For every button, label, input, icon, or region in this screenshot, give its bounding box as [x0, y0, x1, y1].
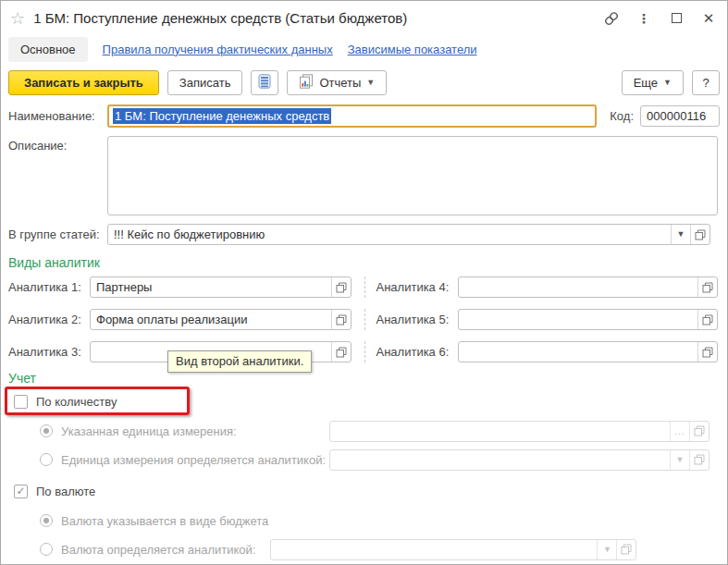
- unit-option-row: Указанная единица измерения: ...: [8, 420, 720, 442]
- choose-button[interactable]: ...: [670, 422, 689, 441]
- more-button[interactable]: Еще ▼: [622, 70, 684, 95]
- open-button[interactable]: [690, 225, 709, 244]
- code-input[interactable]: 000000116: [640, 105, 720, 127]
- link-icon[interactable]: [604, 11, 619, 26]
- window-title: 1 БМ: Поступление денежных средств (Стат…: [33, 10, 407, 26]
- analytics3-label: Аналитика 3:: [8, 345, 90, 359]
- analytics2-label: Аналитика 2:: [8, 313, 90, 326]
- open-button[interactable]: [697, 277, 717, 297]
- analytics2-input[interactable]: Форма оплаты реализации: [90, 309, 352, 330]
- by-quantity-row: По количеству: [8, 389, 720, 413]
- open-icon: [695, 229, 706, 240]
- favorite-star-icon[interactable]: ☆: [10, 10, 25, 27]
- tab-fact-rules[interactable]: Правила получения фактических данных: [103, 43, 333, 56]
- currency-by-analytics-row: Валюта определяется аналитикой: ▼: [8, 538, 720, 560]
- reports-button[interactable]: Отчеты ▼: [287, 70, 387, 95]
- dropdown-button[interactable]: ▼: [597, 540, 616, 559]
- open-button[interactable]: [331, 342, 351, 362]
- tab-dependent-indicators[interactable]: Зависимые показатели: [348, 43, 477, 56]
- open-icon: [702, 314, 713, 325]
- open-button[interactable]: [331, 310, 351, 329]
- unit-by-analytics-row: Единица измерения определяется аналитико…: [8, 448, 720, 471]
- currency-by-analytics-label: Валюта определяется аналитикой:: [61, 543, 255, 557]
- help-button[interactable]: ?: [692, 70, 720, 95]
- open-icon: [702, 347, 713, 358]
- open-button[interactable]: [616, 540, 635, 559]
- chevron-down-icon: ▼: [677, 230, 685, 239]
- open-button[interactable]: [697, 310, 717, 329]
- tab-bar: Основное Правила получения фактических д…: [1, 32, 727, 68]
- chevron-down-icon: ▼: [676, 456, 685, 464]
- save-and-close-button[interactable]: Записать и закрыть: [8, 70, 159, 95]
- maximize-icon[interactable]: [669, 11, 684, 26]
- currency-in-budget-row: Валюта указывается в виде бюджета: [8, 510, 720, 532]
- analytics4-input[interactable]: [458, 276, 719, 298]
- list-icon: [258, 74, 271, 92]
- unit-by-analytics-label: Единица измерения определяется аналитико…: [61, 453, 321, 467]
- form-area: Наименование: 1 БМ: Поступление денежных…: [1, 101, 727, 560]
- chevron-down-icon: ▼: [663, 79, 672, 87]
- currency-by-analytics-input[interactable]: ▼: [270, 539, 636, 560]
- app-window: ☆ 1 БМ: Поступление денежных средств (Ст…: [0, 0, 728, 565]
- analytics-section-header: Виды аналитик: [8, 255, 720, 270]
- by-currency-checkbox[interactable]: ✓: [14, 485, 28, 498]
- open-icon: [694, 454, 705, 465]
- group-label: В группе статей:: [8, 227, 107, 241]
- analytics6-input[interactable]: [458, 341, 719, 362]
- open-button[interactable]: [689, 422, 709, 441]
- by-quantity-label: По количеству: [36, 395, 117, 409]
- name-input[interactable]: 1 БМ: Поступление денежных средств: [107, 104, 597, 128]
- description-input[interactable]: [107, 136, 718, 215]
- analytics1-input[interactable]: Партнеры: [90, 276, 352, 298]
- name-label: Наименование:: [8, 109, 107, 123]
- open-button[interactable]: [697, 342, 717, 362]
- by-currency-label: По валюте: [36, 485, 95, 498]
- currency-by-analytics-radio[interactable]: [40, 543, 53, 556]
- specified-unit-radio[interactable]: [40, 424, 53, 437]
- analytics5-label: Аналитика 5:: [376, 313, 458, 326]
- accounting-section-header: Учет: [8, 371, 720, 386]
- selected-text: 1 БМ: Поступление денежных средств: [113, 108, 331, 124]
- chevron-down-icon: ▼: [366, 79, 375, 87]
- code-label: Код:: [610, 109, 634, 123]
- dropdown-button[interactable]: ▼: [671, 225, 690, 244]
- chevron-down-icon: ▼: [603, 546, 611, 554]
- open-icon: [621, 544, 632, 555]
- by-quantity-checkbox[interactable]: [14, 395, 28, 409]
- analytics1-label: Аналитика 1:: [8, 280, 90, 294]
- dropdown-button[interactable]: ▼: [670, 450, 689, 470]
- tooltip: Вид второй аналитики.: [167, 350, 312, 373]
- open-icon: [702, 282, 713, 293]
- open-button[interactable]: [689, 450, 709, 470]
- open-icon: [336, 282, 347, 293]
- toolbar: Записать и закрыть Записать Отчеты: [1, 68, 727, 101]
- analytics6-label: Аналитика 6:: [376, 345, 458, 359]
- unit-by-analytics-input[interactable]: ▼: [329, 449, 709, 471]
- analytics4-label: Аналитика 4:: [376, 280, 458, 294]
- currency-in-budget-radio[interactable]: [40, 514, 53, 527]
- menu-kebab-icon[interactable]: ⋮: [636, 11, 651, 26]
- analytics5-input[interactable]: [458, 309, 719, 330]
- open-button[interactable]: [331, 277, 351, 297]
- tab-main[interactable]: Основное: [8, 37, 88, 62]
- ellipsis-icon: ...: [674, 429, 685, 433]
- group-combobox[interactable]: !!! Кейс по бюджетировнию ▼: [107, 224, 710, 245]
- report-icon: [299, 74, 314, 92]
- specified-unit-label: Указанная единица измерения:: [61, 424, 321, 438]
- unit-by-analytics-radio[interactable]: [40, 453, 53, 466]
- currency-in-budget-label: Валюта указывается в виде бюджета: [61, 514, 268, 528]
- specified-unit-input[interactable]: ...: [329, 421, 709, 442]
- close-icon[interactable]: ✕: [701, 11, 716, 26]
- save-button[interactable]: Записать: [167, 70, 243, 95]
- open-icon: [694, 425, 705, 436]
- title-bar: ☆ 1 БМ: Поступление денежных средств (Ст…: [1, 1, 727, 32]
- list-view-button[interactable]: [251, 70, 278, 95]
- open-icon: [336, 347, 347, 358]
- description-label: Описание:: [8, 136, 107, 153]
- analytics-grid: Аналитика 1: Партнеры Аналитика 2: Форма…: [8, 276, 720, 362]
- by-currency-row: ✓ По валюте: [8, 479, 720, 503]
- open-icon: [336, 314, 347, 325]
